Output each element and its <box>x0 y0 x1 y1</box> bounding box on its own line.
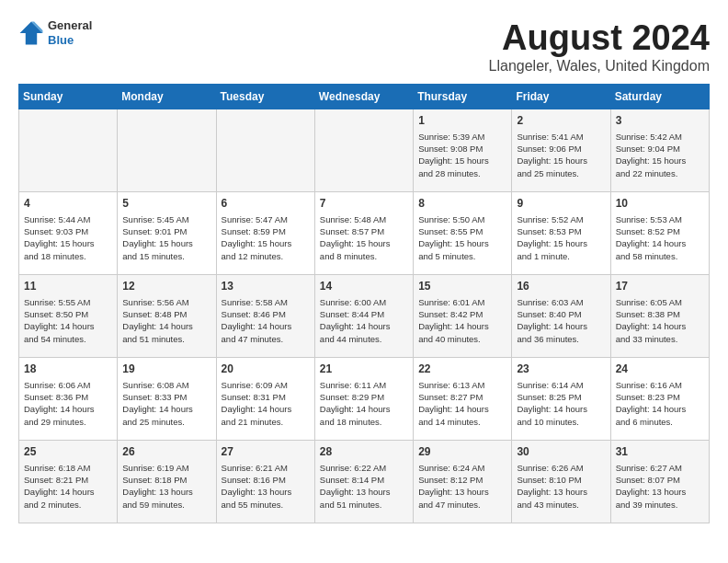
calendar-cell: 13Sunrise: 5:58 AM Sunset: 8:46 PM Dayli… <box>216 275 314 358</box>
calendar-cell: 1Sunrise: 5:39 AM Sunset: 9:08 PM Daylig… <box>414 109 512 192</box>
day-header-sunday: Sunday <box>19 85 118 109</box>
day-info: Sunrise: 5:58 AM Sunset: 8:46 PM Dayligh… <box>222 296 310 345</box>
calendar-cell: 12Sunrise: 5:56 AM Sunset: 8:48 PM Dayli… <box>118 275 216 358</box>
calendar-week-4: 18Sunrise: 6:06 AM Sunset: 8:36 PM Dayli… <box>19 358 710 441</box>
calendar-cell: 9Sunrise: 5:52 AM Sunset: 8:53 PM Daylig… <box>512 192 610 275</box>
day-info: Sunrise: 6:13 AM Sunset: 8:27 PM Dayligh… <box>418 379 506 428</box>
calendar-cell: 15Sunrise: 6:01 AM Sunset: 8:42 PM Dayli… <box>414 275 512 358</box>
location-title: Llangeler, Wales, United Kingdom <box>489 58 710 75</box>
day-number: 6 <box>222 196 310 212</box>
day-number: 4 <box>24 196 112 212</box>
calendar-cell: 31Sunrise: 6:27 AM Sunset: 8:07 PM Dayli… <box>610 441 709 523</box>
day-number: 20 <box>222 362 310 377</box>
calendar-cell: 6Sunrise: 5:47 AM Sunset: 8:59 PM Daylig… <box>216 192 314 275</box>
day-header-tuesday: Tuesday <box>216 85 314 109</box>
day-number: 8 <box>418 196 506 212</box>
day-info: Sunrise: 6:26 AM Sunset: 8:10 PM Dayligh… <box>517 462 605 511</box>
calendar-cell: 25Sunrise: 6:18 AM Sunset: 8:21 PM Dayli… <box>19 441 118 523</box>
day-number: 7 <box>320 196 408 212</box>
day-number: 14 <box>320 279 408 294</box>
calendar-cell <box>118 109 216 192</box>
day-number: 19 <box>122 362 210 377</box>
calendar-cell: 4Sunrise: 5:44 AM Sunset: 9:03 PM Daylig… <box>19 192 118 275</box>
day-number: 12 <box>122 279 210 294</box>
day-info: Sunrise: 5:50 AM Sunset: 8:55 PM Dayligh… <box>418 213 506 262</box>
calendar-cell: 27Sunrise: 6:21 AM Sunset: 8:16 PM Dayli… <box>216 441 314 523</box>
calendar-cell: 16Sunrise: 6:03 AM Sunset: 8:40 PM Dayli… <box>512 275 610 358</box>
day-info: Sunrise: 5:44 AM Sunset: 9:03 PM Dayligh… <box>24 213 112 262</box>
page-header: General Blue August 2024 Llangeler, Wale… <box>18 18 710 75</box>
calendar-cell: 23Sunrise: 6:14 AM Sunset: 8:25 PM Dayli… <box>512 358 610 441</box>
day-info: Sunrise: 6:24 AM Sunset: 8:12 PM Dayligh… <box>418 462 506 511</box>
day-info: Sunrise: 5:56 AM Sunset: 8:48 PM Dayligh… <box>122 296 210 345</box>
day-header-thursday: Thursday <box>414 85 512 109</box>
logo-icon <box>18 20 44 46</box>
day-number: 23 <box>517 362 605 377</box>
calendar-cell: 21Sunrise: 6:11 AM Sunset: 8:29 PM Dayli… <box>314 358 413 441</box>
calendar-cell: 19Sunrise: 6:08 AM Sunset: 8:33 PM Dayli… <box>118 358 216 441</box>
calendar-cell: 18Sunrise: 6:06 AM Sunset: 8:36 PM Dayli… <box>19 358 118 441</box>
day-header-wednesday: Wednesday <box>314 85 413 109</box>
day-header-friday: Friday <box>512 85 610 109</box>
day-info: Sunrise: 6:16 AM Sunset: 8:23 PM Dayligh… <box>616 379 704 428</box>
calendar-cell: 26Sunrise: 6:19 AM Sunset: 8:18 PM Dayli… <box>118 441 216 523</box>
day-number: 10 <box>616 196 704 212</box>
day-info: Sunrise: 6:11 AM Sunset: 8:29 PM Dayligh… <box>320 379 408 428</box>
calendar-cell: 11Sunrise: 5:55 AM Sunset: 8:50 PM Dayli… <box>19 275 118 358</box>
day-info: Sunrise: 6:06 AM Sunset: 8:36 PM Dayligh… <box>24 379 112 428</box>
calendar-cell: 8Sunrise: 5:50 AM Sunset: 8:55 PM Daylig… <box>414 192 512 275</box>
title-block: August 2024 Llangeler, Wales, United Kin… <box>489 18 710 75</box>
day-number: 9 <box>517 196 605 212</box>
calendar-week-3: 11Sunrise: 5:55 AM Sunset: 8:50 PM Dayli… <box>19 275 710 358</box>
day-number: 26 <box>122 444 210 460</box>
day-info: Sunrise: 6:00 AM Sunset: 8:44 PM Dayligh… <box>320 296 408 345</box>
day-number: 2 <box>517 113 605 129</box>
day-info: Sunrise: 5:45 AM Sunset: 9:01 PM Dayligh… <box>122 213 210 262</box>
day-number: 27 <box>222 444 310 460</box>
day-number: 30 <box>517 444 605 460</box>
calendar-cell: 2Sunrise: 5:41 AM Sunset: 9:06 PM Daylig… <box>512 109 610 192</box>
calendar-week-5: 25Sunrise: 6:18 AM Sunset: 8:21 PM Dayli… <box>19 441 710 523</box>
day-number: 28 <box>320 444 408 460</box>
calendar-cell: 29Sunrise: 6:24 AM Sunset: 8:12 PM Dayli… <box>414 441 512 523</box>
day-number: 13 <box>222 279 310 294</box>
day-info: Sunrise: 5:39 AM Sunset: 9:08 PM Dayligh… <box>418 131 506 179</box>
day-info: Sunrise: 6:21 AM Sunset: 8:16 PM Dayligh… <box>222 462 310 511</box>
calendar-cell: 30Sunrise: 6:26 AM Sunset: 8:10 PM Dayli… <box>512 441 610 523</box>
day-number: 22 <box>418 362 506 377</box>
day-info: Sunrise: 5:41 AM Sunset: 9:06 PM Dayligh… <box>517 131 605 179</box>
logo: General Blue <box>18 18 92 47</box>
month-title: August 2024 <box>489 18 710 58</box>
day-info: Sunrise: 6:27 AM Sunset: 8:07 PM Dayligh… <box>616 462 704 511</box>
day-info: Sunrise: 6:14 AM Sunset: 8:25 PM Dayligh… <box>517 379 605 428</box>
day-number: 5 <box>122 196 210 212</box>
svg-marker-0 <box>20 21 43 44</box>
calendar-cell <box>314 109 413 192</box>
calendar-cell: 7Sunrise: 5:48 AM Sunset: 8:57 PM Daylig… <box>314 192 413 275</box>
day-info: Sunrise: 6:18 AM Sunset: 8:21 PM Dayligh… <box>24 462 112 511</box>
day-number: 1 <box>418 113 506 129</box>
logo-text: General Blue <box>48 18 92 47</box>
calendar-week-2: 4Sunrise: 5:44 AM Sunset: 9:03 PM Daylig… <box>19 192 710 275</box>
day-header-saturday: Saturday <box>610 85 709 109</box>
day-number: 16 <box>517 279 605 294</box>
day-number: 31 <box>616 444 704 460</box>
calendar-cell: 20Sunrise: 6:09 AM Sunset: 8:31 PM Dayli… <box>216 358 314 441</box>
day-info: Sunrise: 5:52 AM Sunset: 8:53 PM Dayligh… <box>517 213 605 262</box>
day-number: 25 <box>24 444 112 460</box>
day-info: Sunrise: 5:48 AM Sunset: 8:57 PM Dayligh… <box>320 213 408 262</box>
calendar-cell: 10Sunrise: 5:53 AM Sunset: 8:52 PM Dayli… <box>610 192 709 275</box>
day-number: 11 <box>24 279 112 294</box>
calendar-cell: 14Sunrise: 6:00 AM Sunset: 8:44 PM Dayli… <box>314 275 413 358</box>
day-info: Sunrise: 6:05 AM Sunset: 8:38 PM Dayligh… <box>616 296 704 345</box>
day-number: 3 <box>616 113 704 129</box>
day-number: 15 <box>418 279 506 294</box>
calendar-week-1: 1Sunrise: 5:39 AM Sunset: 9:08 PM Daylig… <box>19 109 710 192</box>
day-info: Sunrise: 5:53 AM Sunset: 8:52 PM Dayligh… <box>616 213 704 262</box>
day-header-monday: Monday <box>118 85 216 109</box>
calendar-table: SundayMondayTuesdayWednesdayThursdayFrid… <box>18 84 710 523</box>
calendar-cell: 17Sunrise: 6:05 AM Sunset: 8:38 PM Dayli… <box>610 275 709 358</box>
day-info: Sunrise: 5:55 AM Sunset: 8:50 PM Dayligh… <box>24 296 112 345</box>
day-number: 17 <box>616 279 704 294</box>
day-info: Sunrise: 6:01 AM Sunset: 8:42 PM Dayligh… <box>418 296 506 345</box>
